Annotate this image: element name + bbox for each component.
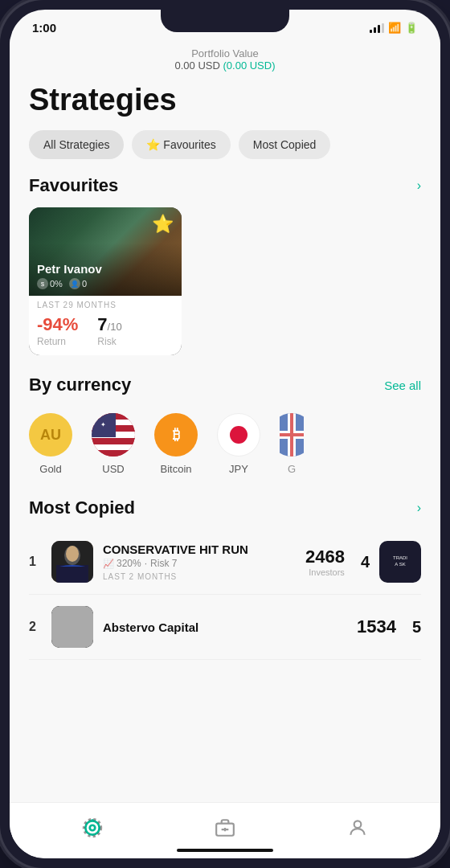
gbp-label: G <box>288 463 296 475</box>
copied-info-1: CONSERVATIVE HIT RUN 📈 320% · Risk 7 LAS… <box>103 542 296 581</box>
wifi-icon: 📶 <box>388 22 401 34</box>
profit-stat: $ 0% <box>37 278 63 289</box>
avatar-2 <box>51 606 93 648</box>
copied-info-2: Abstervo Capital <box>103 620 347 634</box>
copied-period-1: LAST 2 MONTHS <box>103 572 296 581</box>
notch <box>161 10 289 32</box>
tab-most-copied[interactable]: Most Copied <box>239 130 331 159</box>
chevron-right-most-copied-icon: › <box>417 501 421 515</box>
usd-label: USD <box>102 463 124 475</box>
currency-jpy[interactable]: JPY <box>217 413 260 475</box>
tab-favourites[interactable]: ⭐ Favourites <box>132 130 230 159</box>
btc-label: Bitcoin <box>160 463 191 475</box>
by-currency-header: By currency See all <box>10 375 440 407</box>
investors-2: 1534 <box>357 616 396 637</box>
jpy-label: JPY <box>229 463 248 475</box>
rank-1: 1 <box>29 555 42 569</box>
currency-list: AU Gold <box>10 407 440 481</box>
strategy-name-1: CONSERVATIVE HIT RUN <box>103 542 296 556</box>
dollar-icon: $ <box>37 278 48 289</box>
scroll-content: Portfolio Value 0.00 USD (0.00 USD) Stra… <box>10 39 440 840</box>
page-title: Strategies <box>10 76 440 130</box>
status-time: 1:00 <box>32 21 56 35</box>
by-currency-title: By currency <box>29 375 131 395</box>
trend-icon: 📈 <box>103 559 114 569</box>
bottom-nav <box>10 802 440 858</box>
svg-rect-4 <box>56 565 88 583</box>
nav-portfolio[interactable] <box>212 815 238 841</box>
most-copied-section: Most Copied › 1 <box>10 497 440 676</box>
investors-1: 2468 Investors <box>305 547 345 577</box>
return-label: Return <box>37 336 78 347</box>
currency-gold[interactable]: AU Gold <box>29 413 72 475</box>
card-image: ⭐ Petr Ivanov $ 0% 👤 0 <box>29 207 182 296</box>
risk-value: 7/10 <box>97 314 121 335</box>
signal-bars-icon <box>370 23 384 33</box>
svg-point-3 <box>66 546 79 562</box>
currency-usd[interactable]: ✦ USD <box>92 413 135 475</box>
risk-metric: 7/10 Risk <box>97 314 121 347</box>
currency-gbp[interactable]: G <box>280 413 304 475</box>
favourite-star-icon: ⭐ <box>152 214 174 235</box>
battery-icon: 🔋 <box>405 22 418 34</box>
most-copied-title: Most Copied <box>29 497 135 518</box>
see-all-link[interactable]: See all <box>384 379 421 392</box>
nav-strategies[interactable] <box>80 815 105 841</box>
return-value: -94% <box>37 314 78 335</box>
investors-label-1: Investors <box>305 567 345 577</box>
gold-icon: AU <box>29 413 72 457</box>
favourites-see-more[interactable]: › <box>417 178 421 193</box>
strategy-name-2: Abstervo Capital <box>103 620 347 634</box>
investors-count-2: 1534 <box>357 616 396 637</box>
investors-count-1: 2468 <box>305 547 345 567</box>
svg-point-5 <box>85 821 99 834</box>
user-icon <box>345 815 370 841</box>
strategy-name: Petr Ivanov <box>37 262 102 276</box>
phone-screen: 1:00 📶 🔋 Portfolio Value 0.00 USD (0.0 <box>10 10 440 858</box>
thumb-1: TRADIA SK <box>379 541 421 583</box>
card-metrics: -94% Return 7/10 Risk <box>29 311 182 355</box>
rank-right-1: 4 <box>361 553 370 571</box>
copied-sub-1: 📈 320% · Risk 7 <box>103 558 296 569</box>
investors-stat: 👤 0 <box>69 278 87 289</box>
card-period: LAST 29 MONTHS <box>29 296 182 311</box>
see-all-label: See all <box>384 379 421 392</box>
copied-list: 1 <box>10 530 440 660</box>
svg-point-12 <box>354 821 362 828</box>
favourites-section-header: Favourites › <box>10 175 440 207</box>
by-currency-section: By currency See all AU Gold <box>10 375 440 497</box>
btc-icon: ₿ <box>154 413 198 457</box>
copied-item-2[interactable]: 2 Abstervo Capital 1534 5 <box>29 595 421 660</box>
portfolio-value: 0.00 USD (0.00 USD) <box>26 59 424 72</box>
portfolio-change: (0.00 USD) <box>223 59 275 72</box>
portfolio-label: Portfolio Value <box>26 47 424 59</box>
phone-frame: 1:00 📶 🔋 Portfolio Value 0.00 USD (0.0 <box>0 0 450 868</box>
tab-all-strategies[interactable]: All Strategies <box>29 130 124 159</box>
status-icons: 📶 🔋 <box>370 22 418 34</box>
jpy-flag-icon <box>217 413 260 457</box>
avatar-1 <box>51 541 93 583</box>
card-info: Petr Ivanov $ 0% 👤 0 <box>37 262 102 289</box>
card-stats: $ 0% 👤 0 <box>37 278 102 289</box>
strategy-card[interactable]: ⭐ Petr Ivanov $ 0% 👤 0 <box>29 207 182 355</box>
favourites-list: ⭐ Petr Ivanov $ 0% 👤 0 <box>10 207 440 375</box>
return-metric: -94% Return <box>37 314 78 347</box>
svg-point-6 <box>89 825 95 830</box>
most-copied-header: Most Copied › <box>10 497 440 530</box>
home-indicator <box>177 849 273 852</box>
favourites-title: Favourites <box>29 175 118 196</box>
briefcase-icon <box>212 815 238 841</box>
most-copied-see-more[interactable]: › <box>417 501 421 515</box>
copied-item-1[interactable]: 1 <box>29 530 421 595</box>
nav-profile[interactable] <box>345 815 370 841</box>
usd-flag-icon: ✦ <box>92 413 135 457</box>
filter-tabs: All Strategies ⭐ Favourites Most Copied <box>10 130 440 175</box>
person-icon: 👤 <box>69 278 80 289</box>
gbp-flag-icon <box>280 413 304 457</box>
strategies-icon <box>80 815 105 841</box>
rank-right-2: 5 <box>412 618 421 637</box>
rank-2: 2 <box>29 620 42 634</box>
portfolio-header: Portfolio Value 0.00 USD (0.00 USD) <box>10 39 440 76</box>
chevron-right-icon: › <box>417 178 421 193</box>
currency-btc[interactable]: ₿ Bitcoin <box>154 413 198 475</box>
